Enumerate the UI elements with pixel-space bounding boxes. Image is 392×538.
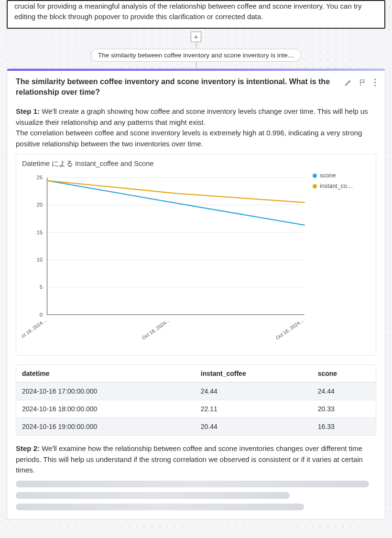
svg-text:Oct 16, 2024…: Oct 16, 2024… — [141, 318, 171, 341]
chart-container: Datetime による Instant_coffee and Scone 05… — [16, 154, 376, 356]
add-block-button[interactable]: + — [191, 32, 201, 42]
step2-body: We'll examine how the relationship betwe… — [16, 444, 363, 474]
table-cell: 2024-10-16 18:00:00.000 — [16, 400, 195, 418]
svg-text:Oct 16, 2024…: Oct 16, 2024… — [275, 318, 305, 341]
more-icon[interactable] — [374, 78, 376, 87]
chart-title: Datetime による Instant_coffee and Scone — [22, 159, 370, 168]
connector-chip-label: The similarity between coffee inventory … — [98, 52, 294, 59]
table-row: 2024-10-16 17:00:00.00024.4424.44 — [16, 383, 376, 400]
table-row: 2024-10-16 19:00:00.00020.4416.33 — [16, 418, 376, 436]
col-datetime[interactable]: datetime — [16, 365, 195, 383]
table-cell: 2024-10-16 17:00:00.000 — [16, 383, 195, 400]
svg-point-2 — [374, 85, 376, 86]
step1-heading: Step 1: — [16, 107, 40, 115]
svg-text:20: 20 — [37, 202, 43, 208]
previous-block: crucial for providing a meaningful analy… — [7, 0, 385, 29]
legend-item-instant-coffee[interactable]: instant_co… — [313, 183, 370, 189]
analysis-card: The similarity between coffee inventory … — [7, 68, 385, 519]
table-cell: 24.44 — [195, 383, 312, 400]
table-cell: 20.44 — [195, 418, 312, 436]
table-cell: 24.44 — [312, 383, 376, 400]
data-table: datetime instant_coffee scone 2024-10-16… — [16, 364, 376, 436]
chart-legend: scone instant_co… — [313, 171, 370, 352]
table-cell: 2024-10-16 19:00:00.000 — [16, 418, 195, 436]
loading-skeleton — [16, 492, 290, 499]
connector-line — [196, 42, 196, 49]
legend-dot-scone — [313, 174, 317, 178]
svg-point-0 — [374, 78, 376, 80]
table-row: 2024-10-16 18:00:00.00022.1120.33 — [16, 400, 376, 418]
svg-text:Jct 16, 2024…: Jct 16, 2024… — [22, 318, 48, 340]
table-cell: 22.11 — [195, 400, 312, 418]
table-header-row: datetime instant_coffee scone — [16, 365, 376, 383]
flag-icon[interactable] — [359, 78, 367, 87]
step1-correlation: The correlation between coffee and scone… — [16, 129, 362, 148]
connector-line — [196, 62, 196, 68]
card-actions — [344, 77, 376, 87]
svg-text:5: 5 — [40, 285, 43, 290]
svg-text:10: 10 — [37, 257, 43, 263]
previous-block-text: crucial for providing a meaningful analy… — [14, 2, 362, 21]
legend-item-scone[interactable]: scone — [313, 172, 370, 179]
step1-body: We'll create a graph showing how coffee … — [16, 107, 368, 126]
loading-skeleton — [16, 481, 369, 487]
col-scone[interactable]: scone — [312, 365, 376, 383]
table-cell: 20.33 — [312, 400, 376, 418]
step2-heading: Step 2: — [16, 444, 40, 452]
table-cell: 16.33 — [312, 418, 376, 436]
card-title: The similarity between coffee inventory … — [16, 77, 339, 98]
legend-label-scone: scone — [320, 172, 336, 179]
svg-text:25: 25 — [37, 175, 43, 180]
legend-label-instant: instant_co… — [320, 183, 353, 189]
svg-text:15: 15 — [37, 230, 43, 235]
plus-icon: + — [194, 33, 198, 40]
legend-dot-instant — [313, 184, 317, 188]
loading-skeleton — [16, 504, 304, 510]
step2-text: Step 2: We'll examine how the relationsh… — [16, 443, 376, 476]
line-chart: 0510152025Jct 16, 2024…Oct 16, 2024…Oct … — [22, 171, 309, 351]
step1-text: Step 1: We'll create a graph showing how… — [16, 106, 376, 149]
edit-icon[interactable] — [344, 78, 352, 87]
svg-text:0: 0 — [40, 312, 43, 318]
col-instant-coffee[interactable]: instant_coffee — [195, 365, 312, 383]
connector-chip[interactable]: The similarity between coffee inventory … — [91, 49, 301, 62]
svg-point-1 — [374, 81, 376, 83]
